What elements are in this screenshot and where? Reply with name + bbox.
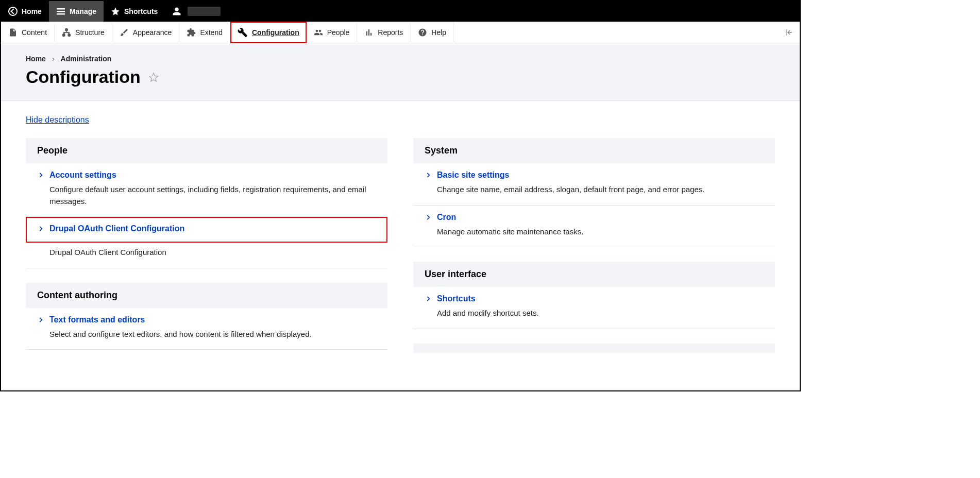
panel-next-placeholder: [413, 344, 775, 353]
chevron-right-icon: [37, 225, 44, 232]
breadcrumb: Home › Administration: [26, 55, 775, 63]
toolbar-manage[interactable]: Manage: [49, 1, 104, 22]
configuration-icon: [238, 27, 248, 38]
menu-people-label: People: [327, 28, 350, 37]
back-icon: [8, 7, 18, 16]
breadcrumb-sep: ›: [52, 55, 55, 63]
extend-icon: [187, 28, 196, 37]
panel-people: People Account settings Configure defaul…: [26, 138, 387, 268]
link-oauth-client[interactable]: Drupal OAuth Client Configuration: [37, 224, 376, 233]
menu-structure[interactable]: Structure: [55, 22, 112, 43]
link-text-formats-label: Text formats and editors: [49, 315, 145, 325]
config-columns: People Account settings Configure defaul…: [26, 138, 775, 364]
svg-point-2: [68, 34, 71, 37]
link-account-settings[interactable]: Account settings: [37, 170, 376, 180]
item-basic-site: Basic site settings Change site name, em…: [413, 163, 775, 206]
chevron-right-icon: [37, 316, 44, 323]
toolbar-home[interactable]: Home: [1, 1, 49, 22]
desc-shortcuts: Add and modify shortcut sets.: [425, 308, 764, 319]
panel-user-interface-header: User interface: [413, 262, 775, 287]
item-text-formats: Text formats and editors Select and conf…: [26, 308, 387, 350]
menu-collapse[interactable]: [778, 28, 800, 37]
structure-icon: [62, 28, 71, 37]
help-icon: [418, 28, 427, 37]
item-oauth-client: Drupal OAuth Client Configuration: [26, 217, 387, 243]
panel-user-interface: User interface Shortcuts Add and modify …: [413, 262, 775, 329]
col-left: People Account settings Configure defaul…: [26, 138, 387, 364]
link-cron-label: Cron: [437, 213, 456, 222]
menu-content[interactable]: Content: [1, 22, 55, 43]
menu-content-label: Content: [22, 28, 47, 37]
item-account-settings: Account settings Configure default user …: [26, 163, 387, 217]
toolbar-username: [188, 7, 221, 16]
chevron-right-icon: [425, 295, 432, 302]
svg-point-1: [63, 34, 65, 37]
link-basic-site[interactable]: Basic site settings: [425, 170, 764, 180]
menu-people[interactable]: People: [307, 22, 358, 43]
item-shortcuts: Shortcuts Add and modify shortcut sets.: [413, 287, 775, 329]
menu-icon: [56, 7, 65, 16]
breadcrumb-admin[interactable]: Administration: [61, 55, 112, 63]
link-shortcuts-label: Shortcuts: [437, 294, 476, 303]
star-icon: [111, 7, 120, 16]
menu-appearance-label: Appearance: [133, 28, 172, 37]
menu-configuration-label: Configuration: [252, 28, 299, 37]
panel-content-authoring: Content authoring Text formats and edito…: [26, 283, 387, 350]
menu-extend-label: Extend: [200, 28, 223, 37]
favorite-star-icon[interactable]: [148, 72, 159, 83]
people-icon: [314, 28, 323, 37]
collapse-icon: [784, 28, 793, 37]
col-right: System Basic site settings Change site n…: [413, 138, 775, 364]
desc-cron: Manage automatic site maintenance tasks.: [425, 226, 764, 238]
menu-help[interactable]: Help: [411, 22, 454, 43]
header-area: Home › Administration Configuration: [1, 43, 800, 101]
toolbar-user[interactable]: [165, 1, 228, 22]
reports-icon: [364, 28, 374, 37]
link-basic-site-label: Basic site settings: [437, 170, 510, 180]
desc-basic-site: Change site name, email address, slogan,…: [425, 184, 764, 196]
appearance-icon: [120, 28, 129, 37]
desc-oauth-client: Drupal OAuth Client Configuration: [37, 247, 376, 259]
link-oauth-client-label: Drupal OAuth Client Configuration: [49, 224, 184, 233]
item-cron: Cron Manage automatic site maintenance t…: [413, 206, 775, 248]
chevron-right-icon: [425, 214, 432, 221]
toolbar-shortcuts[interactable]: Shortcuts: [104, 1, 165, 22]
link-account-settings-label: Account settings: [49, 170, 116, 180]
menu-appearance[interactable]: Appearance: [112, 22, 180, 43]
page-title: Configuration: [26, 67, 775, 87]
body-area: Hide descriptions People Account setting…: [1, 101, 800, 379]
desc-account-settings: Configure default user account settings,…: [37, 184, 376, 207]
menu-extend[interactable]: Extend: [179, 22, 230, 43]
chevron-right-icon: [37, 172, 44, 179]
menu-reports-label: Reports: [378, 28, 403, 37]
svg-point-0: [65, 28, 68, 31]
hide-descriptions-link[interactable]: Hide descriptions: [26, 115, 89, 125]
toolbar-shortcuts-label: Shortcuts: [124, 7, 158, 15]
user-icon: [172, 7, 181, 16]
menu-structure-label: Structure: [75, 28, 105, 37]
menu-help-label: Help: [431, 28, 446, 37]
link-text-formats[interactable]: Text formats and editors: [37, 315, 376, 325]
link-cron[interactable]: Cron: [425, 213, 764, 222]
panel-system: System Basic site settings Change site n…: [413, 138, 775, 247]
menu-configuration[interactable]: Configuration: [230, 22, 307, 43]
desc-text-formats: Select and configure text editors, and h…: [37, 329, 376, 340]
toolbar-top: Home Manage Shortcuts: [1, 1, 800, 22]
content-icon: [8, 28, 18, 37]
desc-oauth-wrap: Drupal OAuth Client Configuration: [26, 243, 387, 268]
panel-system-header: System: [413, 138, 775, 163]
menu-reports[interactable]: Reports: [357, 22, 411, 43]
toolbar-home-label: Home: [22, 7, 42, 15]
admin-menu: Content Structure Appearance Extend Conf…: [1, 22, 800, 43]
panel-people-header: People: [26, 138, 387, 163]
breadcrumb-home[interactable]: Home: [26, 55, 46, 63]
page-title-text: Configuration: [26, 67, 141, 87]
panel-content-authoring-header: Content authoring: [26, 283, 387, 308]
chevron-right-icon: [425, 172, 432, 179]
link-shortcuts[interactable]: Shortcuts: [425, 294, 764, 303]
toolbar-manage-label: Manage: [70, 7, 96, 15]
